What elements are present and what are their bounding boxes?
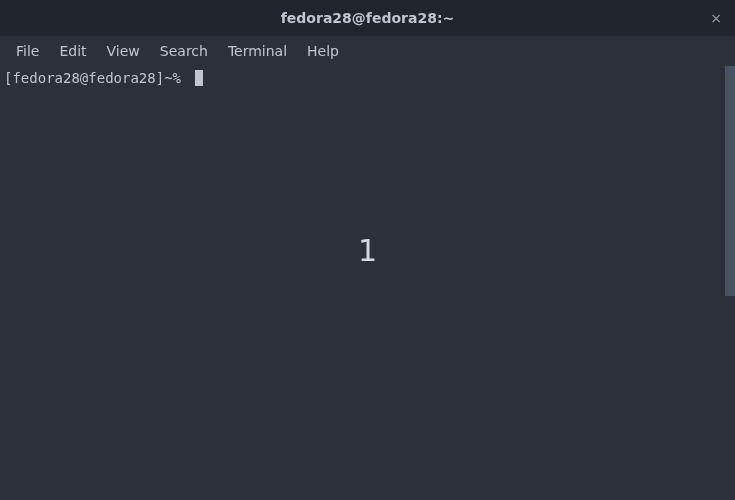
menu-view[interactable]: View bbox=[97, 39, 150, 63]
menu-edit[interactable]: Edit bbox=[49, 39, 96, 63]
shell-prompt: [fedora28@fedora28]~% bbox=[4, 70, 189, 86]
menu-terminal[interactable]: Terminal bbox=[218, 39, 297, 63]
vertical-scrollbar[interactable] bbox=[725, 66, 735, 296]
terminal-viewport[interactable]: [fedora28@fedora28]~% bbox=[0, 66, 735, 500]
window-titlebar: fedora28@fedora28:~ × bbox=[0, 0, 735, 36]
menu-search[interactable]: Search bbox=[150, 39, 218, 63]
menu-file[interactable]: File bbox=[6, 39, 49, 63]
close-icon[interactable]: × bbox=[707, 9, 725, 27]
window-title: fedora28@fedora28:~ bbox=[281, 10, 454, 26]
menu-bar: File Edit View Search Terminal Help bbox=[0, 36, 735, 66]
text-cursor bbox=[195, 70, 203, 86]
menu-help[interactable]: Help bbox=[297, 39, 349, 63]
prompt-line: [fedora28@fedora28]~% bbox=[4, 70, 731, 86]
